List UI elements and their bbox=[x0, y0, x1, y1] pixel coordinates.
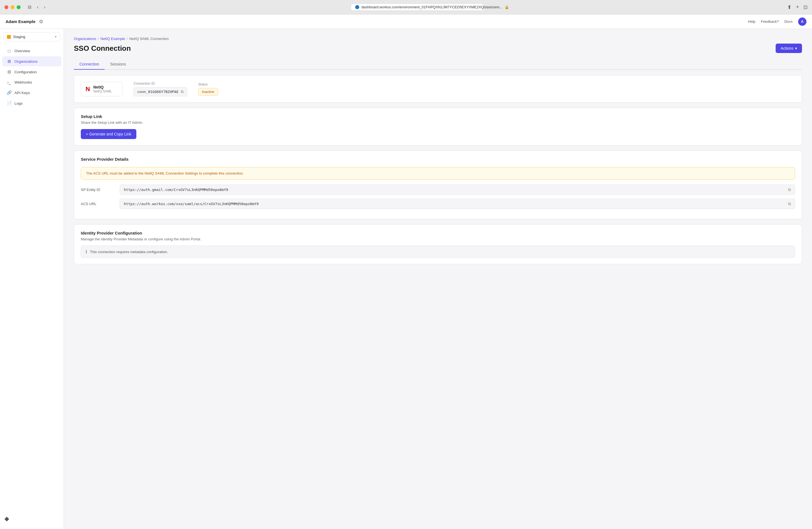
connection-card: N NetIQ NetIQ SAML Connection ID conn_01… bbox=[74, 75, 802, 103]
info-icon: ℹ bbox=[86, 249, 87, 254]
env-selector[interactable]: Staging ▾ bbox=[3, 32, 60, 41]
sidebar-bottom: ◆ bbox=[0, 512, 63, 526]
nav-controls: ⊟ ‹ › bbox=[26, 4, 47, 10]
sp-entity-id-label: SP Entity ID bbox=[81, 188, 114, 192]
main-layout: Staging ▾ □ Overview ⊞ Organizations ⊟ C… bbox=[0, 29, 812, 529]
acs-url-label: ACS URL bbox=[81, 202, 114, 206]
webhooks-icon: ›_ bbox=[7, 80, 12, 85]
app-header: Adam Example ⚙ Help Feedback? Docs A bbox=[0, 14, 812, 29]
conn-id-value: conn_01GQ66Y7BZHPAE bbox=[137, 90, 178, 94]
idp-description: Manage the Identity Provider Metadata or… bbox=[81, 237, 795, 241]
close-button[interactable] bbox=[4, 5, 8, 9]
sp-entity-id-value-row: https://auth.gmail.com/CrxGV7sL3nKQPMMd5… bbox=[120, 185, 795, 195]
breadcrumb: Organizations / NetIQ Example / NetIQ SA… bbox=[74, 36, 802, 41]
breadcrumb-organizations[interactable]: Organizations bbox=[74, 36, 96, 41]
sidebar-item-label-organizations: Organizations bbox=[14, 59, 38, 63]
actions-label: Actions bbox=[781, 46, 793, 50]
share-button[interactable]: ⬆ bbox=[787, 4, 792, 10]
help-link[interactable]: Help bbox=[748, 19, 755, 24]
sidebar-item-label-configuration: Configuration bbox=[14, 70, 37, 74]
status-field: Status Inactive bbox=[198, 83, 218, 95]
sidebar-item-logs[interactable]: 📄 Logs bbox=[2, 98, 61, 108]
status-label: Status bbox=[198, 83, 218, 86]
sidebar-item-label-overview: Overview bbox=[14, 49, 30, 53]
env-dot bbox=[7, 35, 11, 39]
setup-link-description: Share the Setup Link with an IT Admin. bbox=[81, 120, 795, 124]
breadcrumb-sep-1: / bbox=[98, 36, 99, 41]
sp-entity-id-copy-icon[interactable]: ⧉ bbox=[788, 187, 791, 192]
generate-copy-link-button[interactable]: + Generate and Copy Link bbox=[81, 129, 136, 139]
sidebar-item-configuration[interactable]: ⊟ Configuration bbox=[2, 67, 61, 77]
avatar[interactable]: A bbox=[798, 17, 807, 26]
sidebar-item-organizations[interactable]: ⊞ Organizations bbox=[2, 56, 61, 66]
conn-id-label: Connection ID bbox=[134, 82, 187, 86]
titlebar-right-controls: ⬆ + ⊡ bbox=[787, 4, 808, 10]
lock-icon: 🔒 bbox=[505, 5, 509, 9]
overview-icon: □ bbox=[7, 48, 12, 53]
user-name: Adam Example bbox=[5, 19, 35, 24]
page-title: SSO Connection bbox=[74, 44, 131, 53]
tabs: Connection Sessions bbox=[74, 59, 802, 70]
conn-id-value-row: conn_01GQ66Y7BZHPAE ⧉ bbox=[134, 87, 187, 96]
actions-chevron: ▾ bbox=[795, 46, 797, 50]
warning-box: The ACS URL must be added to the NetIQ S… bbox=[81, 167, 795, 179]
acs-url-value-row: https://auth.workos.com/sso/saml/acs/Crx… bbox=[120, 199, 795, 209]
connection-id-field: Connection ID conn_01GQ66Y7BZHPAE ⧉ bbox=[134, 82, 187, 96]
service-provider-card: Service Provider Details The ACS URL mus… bbox=[74, 150, 802, 219]
traffic-lights bbox=[4, 5, 20, 9]
workos-icon: ◆ bbox=[4, 515, 9, 522]
reading-list-button[interactable]: ⊡ bbox=[803, 4, 808, 10]
logs-icon: 📄 bbox=[7, 101, 12, 106]
provider-type: NetIQ SAML bbox=[93, 89, 112, 93]
sidebar-item-webhooks[interactable]: ›_ Webhooks bbox=[2, 77, 61, 87]
page-header: SSO Connection Actions ▾ bbox=[74, 44, 802, 53]
sidebar: Staging ▾ □ Overview ⊞ Organizations ⊟ C… bbox=[0, 29, 64, 529]
provider-block: N NetIQ NetIQ SAML bbox=[81, 82, 122, 96]
sidebar-item-label-logs: Logs bbox=[14, 101, 23, 105]
idp-notice: ℹ This connection requires metadata conf… bbox=[81, 246, 795, 258]
breadcrumb-current: NetIQ SAML Connection bbox=[129, 36, 169, 41]
api-keys-icon: 🔗 bbox=[7, 90, 12, 95]
sidebar-item-label-webhooks: Webhooks bbox=[14, 80, 32, 84]
tab-sessions[interactable]: Sessions bbox=[105, 59, 132, 70]
app-header-left: Adam Example ⚙ bbox=[5, 19, 43, 25]
conn-id-copy-icon[interactable]: ⧉ bbox=[181, 89, 184, 94]
sidebar-item-label-api-keys: API Keys bbox=[14, 91, 30, 95]
app-header-right: Help Feedback? Docs A bbox=[748, 17, 807, 26]
provider-name-block: NetIQ NetIQ SAML bbox=[93, 85, 112, 93]
breadcrumb-netiq[interactable]: NetIQ Example bbox=[101, 36, 125, 41]
provider-name: NetIQ bbox=[93, 85, 112, 89]
feedback-link[interactable]: Feedback? bbox=[761, 19, 779, 24]
warning-text: The ACS URL must be added to the NetIQ S… bbox=[86, 171, 244, 175]
identity-provider-card: Identity Provider Configuration Manage t… bbox=[74, 224, 802, 264]
acs-url-value: https://auth.workos.com/sso/saml/acs/Crx… bbox=[124, 202, 259, 206]
new-tab-button[interactable]: + bbox=[796, 4, 799, 10]
maximize-button[interactable] bbox=[17, 5, 20, 9]
idp-notice-text: This connection requires metadata config… bbox=[90, 250, 168, 254]
address-text: dashboard.workos.com/environment_01FHPQX… bbox=[362, 5, 502, 9]
organizations-icon: ⊞ bbox=[7, 59, 12, 64]
minimize-button[interactable] bbox=[11, 5, 14, 9]
env-label: Staging bbox=[13, 35, 25, 39]
sidebar-item-overview[interactable]: □ Overview bbox=[2, 46, 61, 56]
connection-info: N NetIQ NetIQ SAML Connection ID conn_01… bbox=[81, 82, 795, 96]
address-bar-container: 🔵 dashboard.workos.com/environment_01FHP… bbox=[50, 3, 784, 11]
generate-copy-link-label: + Generate and Copy Link bbox=[86, 132, 131, 136]
sidebar-toggle-button[interactable]: ⊟ bbox=[26, 4, 33, 10]
address-input[interactable]: 🔵 dashboard.workos.com/environment_01FHP… bbox=[351, 3, 484, 11]
actions-button[interactable]: Actions ▾ bbox=[775, 44, 802, 53]
tab-connection[interactable]: Connection bbox=[74, 59, 105, 70]
back-button[interactable]: ‹ bbox=[35, 4, 40, 10]
titlebar: ⊟ ‹ › 🔵 dashboard.workos.com/environment… bbox=[0, 0, 812, 14]
sidebar-item-api-keys[interactable]: 🔗 API Keys bbox=[2, 88, 61, 98]
docs-link[interactable]: Docs bbox=[784, 19, 793, 24]
acs-url-copy-icon[interactable]: ⧉ bbox=[788, 202, 791, 206]
status-badge: Inactive bbox=[198, 88, 218, 95]
env-selector-left: Staging bbox=[7, 35, 25, 39]
setup-link-title: Setup Link bbox=[81, 114, 795, 119]
setup-link-card: Setup Link Share the Setup Link with an … bbox=[74, 108, 802, 145]
sp-entity-id-value: https://auth.gmail.com/CrxGV7sL3nKQPMMd5… bbox=[124, 188, 228, 192]
breadcrumb-sep-2: / bbox=[127, 36, 128, 41]
settings-button[interactable]: ⚙ bbox=[39, 19, 43, 25]
forward-button[interactable]: › bbox=[42, 4, 47, 10]
